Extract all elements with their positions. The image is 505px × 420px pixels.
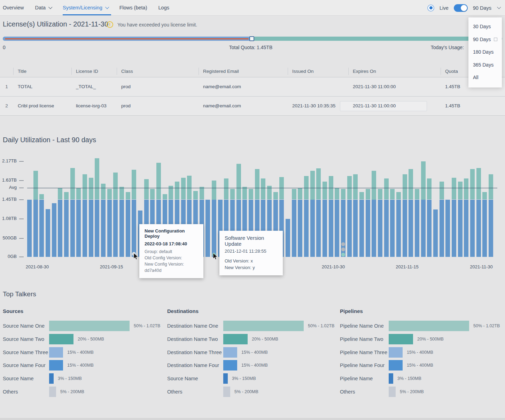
chart-bar-overage[interactable] <box>200 187 204 200</box>
chart-bar-overage[interactable] <box>452 178 456 199</box>
chart-bar-overage[interactable] <box>470 169 475 200</box>
chart-bar-overage[interactable] <box>101 184 106 200</box>
chart-bar-base[interactable] <box>433 209 438 257</box>
quota-meter-handle[interactable] <box>249 36 254 41</box>
chart-bar-overage[interactable] <box>298 188 302 200</box>
chart-bar-overage[interactable] <box>150 189 155 200</box>
chart-bar-base[interactable] <box>464 200 468 257</box>
chart-bar-base[interactable] <box>83 200 87 257</box>
chart-bar-overage[interactable] <box>458 182 463 200</box>
range-option-180-days[interactable]: 180 Days <box>468 46 502 59</box>
chart-bar-base[interactable] <box>95 200 99 257</box>
live-radio[interactable] <box>427 5 434 12</box>
chart-bar-base[interactable] <box>329 200 333 257</box>
chart-bar-overage[interactable] <box>132 170 136 200</box>
chart-bar-base[interactable] <box>482 200 487 257</box>
chart-bar-base[interactable] <box>458 200 463 257</box>
chart-bar-overage[interactable] <box>396 192 401 199</box>
talker-bar[interactable] <box>223 321 304 331</box>
range-option-30-days[interactable]: 30 Days <box>468 20 502 33</box>
chart-bar-base[interactable] <box>46 209 50 257</box>
talker-bar[interactable] <box>49 387 56 397</box>
chart-bar-base[interactable] <box>132 200 136 257</box>
chart-bar-overage[interactable] <box>126 192 130 199</box>
range-option-365-days[interactable]: 365 Days <box>468 59 502 71</box>
chart-bar-overage[interactable] <box>279 177 284 199</box>
chart-bar-overage[interactable] <box>212 181 216 200</box>
chart-bar-overage[interactable] <box>403 174 407 199</box>
chart-bar-base[interactable] <box>384 200 389 257</box>
chart-bar-base[interactable] <box>403 200 407 257</box>
talker-bar[interactable] <box>49 321 130 331</box>
chart-bar-overage[interactable] <box>230 189 235 200</box>
chart-bar-overage[interactable] <box>224 178 228 199</box>
table-row[interactable]: 2Cribl prod licenselicense-isrg-03prodna… <box>0 97 505 116</box>
nav-tab-data[interactable]: Data <box>35 0 59 15</box>
chart-bar-overage[interactable] <box>372 171 376 200</box>
chart-bar-overage[interactable] <box>242 187 247 200</box>
talker-bar[interactable] <box>223 373 228 384</box>
chart-bar-overage[interactable] <box>359 192 364 199</box>
chart-bar-overage[interactable] <box>310 171 315 200</box>
range-option-all[interactable]: All <box>468 71 502 84</box>
chart-bar-overage[interactable] <box>341 189 345 200</box>
live-toggle[interactable] <box>454 4 468 12</box>
talker-bar[interactable] <box>49 360 63 371</box>
chart-bar-base[interactable] <box>476 200 481 257</box>
chart-bar-base[interactable] <box>33 200 38 257</box>
chart-bar-overage[interactable] <box>273 192 278 199</box>
chart-bar-base[interactable] <box>440 200 444 257</box>
chart-bar-overage[interactable] <box>409 169 413 200</box>
chart-bar-base[interactable] <box>39 200 44 257</box>
chart-bar-overage[interactable] <box>236 164 241 200</box>
chart-bar-overage[interactable] <box>384 178 389 199</box>
talker-bar[interactable] <box>389 360 403 371</box>
chart-bar-overage[interactable] <box>323 182 327 200</box>
chart-bar-overage[interactable] <box>255 169 259 200</box>
chart-bar-overage[interactable] <box>464 178 468 199</box>
chart-bar-overage[interactable] <box>193 191 198 199</box>
chart-bar-overage[interactable] <box>427 178 432 199</box>
chart-bar-overage[interactable] <box>366 189 370 200</box>
chart-bar-base[interactable] <box>304 200 309 257</box>
chart-bar-base[interactable] <box>101 200 106 257</box>
nav-tab-logs[interactable]: Logs <box>158 0 177 15</box>
chart-bar-overage[interactable] <box>144 179 149 199</box>
chart-bar-overage[interactable] <box>89 178 93 199</box>
chart-bar-overage[interactable] <box>64 192 69 199</box>
chart-bar-base[interactable] <box>107 200 112 257</box>
chart-bar-overage[interactable] <box>76 188 81 200</box>
chart-bar-overage[interactable] <box>415 189 419 200</box>
chart-bar-base[interactable] <box>347 200 352 257</box>
talker-bar[interactable] <box>49 347 63 358</box>
chart-bar-base[interactable] <box>58 200 62 257</box>
chart-bar-overage[interactable] <box>316 168 321 200</box>
chart-bar-base[interactable] <box>310 200 315 257</box>
chart-bar-overage[interactable] <box>249 189 253 200</box>
chart-bar-base[interactable] <box>119 200 124 257</box>
chart-bar-base[interactable] <box>76 200 81 257</box>
chart-bar-base[interactable] <box>396 200 401 257</box>
chart-bar-overage[interactable] <box>175 182 179 200</box>
chart-bar-overage[interactable] <box>83 174 87 199</box>
talker-bar[interactable] <box>223 334 248 344</box>
chart-bar-overage[interactable] <box>489 174 493 199</box>
event-marker-dot[interactable] <box>341 242 345 246</box>
chart-bar-overage[interactable] <box>70 168 75 200</box>
chart-bar-overage[interactable] <box>482 192 487 199</box>
chart-bar-base[interactable] <box>52 203 56 257</box>
chart-bar-overage[interactable] <box>421 161 426 200</box>
chart-bar-overage[interactable] <box>156 163 161 200</box>
talker-bar[interactable] <box>389 321 469 331</box>
chart-bar-base[interactable] <box>409 200 413 257</box>
chart-bar-overage[interactable] <box>33 171 38 200</box>
chart-bar-base[interactable] <box>445 200 450 257</box>
chart-bar-overage[interactable] <box>119 187 124 200</box>
chart-bar-overage[interactable] <box>95 158 99 199</box>
chart-bar-base[interactable] <box>427 200 432 257</box>
chart-bar-overage[interactable] <box>335 188 339 200</box>
chart-bar-base[interactable] <box>292 200 296 257</box>
chart-bar-base[interactable] <box>353 200 358 257</box>
chart-bar-overage[interactable] <box>181 178 186 199</box>
talker-bar[interactable] <box>49 373 54 384</box>
